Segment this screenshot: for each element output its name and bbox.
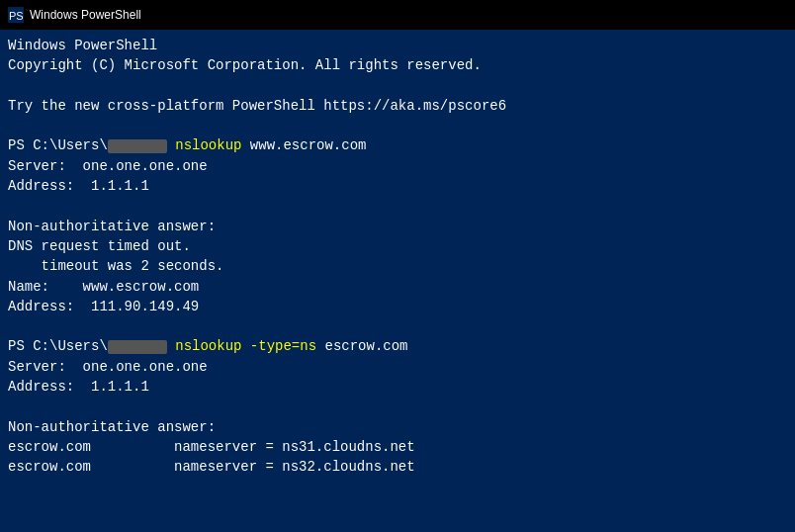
line-21: escrow.com nameserver = ns31.cloudns.net [8, 437, 787, 457]
cmd-2: nslookup [175, 338, 241, 354]
window-title: Windows PowerShell [30, 8, 141, 22]
line-13: Name: www.escrow.com [8, 277, 787, 297]
prompt-2: PS C:\Users\ [8, 338, 108, 354]
line-20: Non-authoritative answer: [8, 417, 787, 437]
line-14: Address: 111.90.149.49 [8, 297, 787, 316]
line-2: Copyright (C) Microsoft Corporation. All… [8, 55, 787, 75]
line-7: Server: one.one.one.one [8, 156, 787, 176]
arg-2: escrow.com [316, 338, 407, 354]
line-16-prompt: PS C:\Users\ nslookup -type=ns escrow.co… [8, 336, 787, 356]
line-19 [8, 397, 787, 416]
redacted-username-2 [108, 340, 167, 354]
titlebar: PS Windows PowerShell [0, 0, 795, 30]
line-1: Windows PowerShell [8, 36, 787, 55]
line-17: Server: one.one.one.one [8, 357, 787, 377]
line-5 [8, 116, 787, 135]
svg-text:PS: PS [9, 10, 24, 22]
arg-type-flag: -type=ns [241, 338, 316, 354]
terminal-body[interactable]: Windows PowerShell Copyright (C) Microso… [0, 30, 795, 532]
prompt-1-space [167, 137, 175, 153]
arg-1: www.escrow.com [241, 137, 366, 153]
prompt-2-space [167, 338, 175, 354]
powershell-icon: PS [8, 7, 24, 23]
line-4: Try the new cross-platform PowerShell ht… [8, 96, 787, 116]
redacted-username-1 [108, 139, 167, 153]
cmd-1: nslookup [175, 137, 241, 153]
line-22: escrow.com nameserver = ns32.cloudns.net [8, 457, 787, 477]
line-8: Address: 1.1.1.1 [8, 176, 787, 196]
line-3 [8, 76, 787, 96]
line-9 [8, 196, 787, 216]
line-10: Non-authoritative answer: [8, 217, 787, 236]
line-6-prompt: PS C:\Users\ nslookup www.escrow.com [8, 135, 787, 155]
line-11: DNS request timed out. [8, 236, 787, 256]
line-18: Address: 1.1.1.1 [8, 377, 787, 397]
line-15 [8, 316, 787, 336]
prompt-1: PS C:\Users\ [8, 137, 108, 153]
line-12: timeout was 2 seconds. [8, 256, 787, 276]
